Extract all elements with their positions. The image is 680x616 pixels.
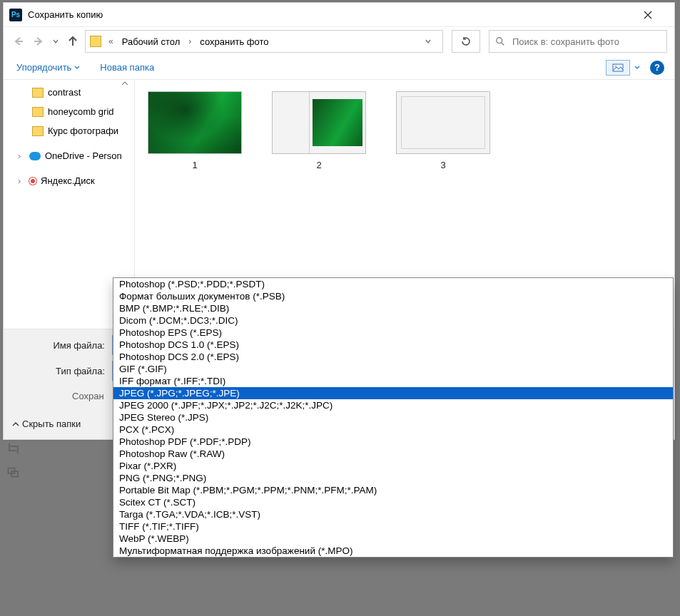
chevron-right-icon: « <box>106 36 116 46</box>
filetype-option[interactable]: JPEG Stereo (*.JPS) <box>113 411 673 423</box>
thumbnail-image <box>272 91 366 154</box>
underlying-toolbar <box>7 442 20 478</box>
filetype-option[interactable]: PCX (*.PCX) <box>113 423 673 436</box>
up-button[interactable] <box>65 34 81 49</box>
filetype-option[interactable]: Scitex CT (*.SCT) <box>113 496 673 508</box>
thumbnail-name: 3 <box>440 160 445 170</box>
address-bar[interactable]: « Рабочий стол › сохранить фото <box>85 30 443 53</box>
sidebar-item-label: contrast <box>48 87 81 98</box>
filetype-option[interactable]: Мультиформатная поддержка изображений (*… <box>113 545 673 557</box>
chevron-down-icon <box>53 38 59 44</box>
photo-icon <box>612 63 624 72</box>
filetype-option[interactable]: Photoshop PDF (*.PDF;*.PDP) <box>113 436 673 448</box>
sidebar-item-course[interactable]: Курс фотографи <box>4 121 134 140</box>
arrow-right-icon <box>33 36 44 47</box>
search-box[interactable] <box>489 30 667 53</box>
filetype-option[interactable]: Photoshop DCS 2.0 (*.EPS) <box>113 351 673 363</box>
breadcrumb-desktop[interactable]: Рабочий стол <box>121 35 182 48</box>
navigation-row: « Рабочий стол › сохранить фото <box>4 27 674 56</box>
chevron-up-icon <box>121 80 128 87</box>
filetype-option[interactable]: JPEG (*.JPG;*.JPEG;*.JPE) <box>113 387 673 399</box>
chevron-right-icon: › <box>186 36 194 46</box>
sidebar-item-onedrive[interactable]: › OneDrive - Person <box>4 146 134 165</box>
folder-icon <box>32 126 44 136</box>
layers-icon <box>7 465 20 478</box>
search-icon <box>495 36 505 46</box>
svg-point-0 <box>497 38 502 43</box>
filetype-option[interactable]: Portable Bit Map (*.PBM;*.PGM;*.PPM;*.PN… <box>113 484 673 496</box>
toolbar: Упорядочить Новая папка ? <box>4 56 674 80</box>
new-folder-label: Новая папка <box>100 62 154 73</box>
filetype-option[interactable]: BMP (*.BMP;*.RLE;*.DIB) <box>113 302 673 314</box>
sidebar-item-label: Яндекс.Диск <box>41 175 95 186</box>
thumbnail[interactable]: 2 <box>269 91 369 170</box>
organize-menu[interactable]: Упорядочить <box>14 61 83 74</box>
title-bar: Ps Сохранить копию <box>4 3 674 27</box>
sidebar-item-label: Курс фотографи <box>48 125 118 136</box>
filetype-option[interactable]: WebP (*.WEBP) <box>113 533 673 545</box>
help-button[interactable]: ? <box>650 61 664 75</box>
filetype-option[interactable]: Photoshop Raw (*.RAW) <box>113 448 673 460</box>
search-input[interactable] <box>511 36 661 48</box>
filetype-option[interactable]: Dicom (*.DCM;*.DC3;*.DIC) <box>113 314 673 327</box>
yandex-disk-icon <box>29 178 36 185</box>
close-button[interactable] <box>643 10 671 20</box>
hide-folders-label: Скрыть папки <box>22 419 81 429</box>
chevron-up-icon <box>12 421 19 428</box>
filetype-option[interactable]: Photoshop (*.PSD;*.PDD;*.PSDT) <box>113 278 673 290</box>
thumbnail[interactable]: 3 <box>393 91 493 170</box>
recent-menu[interactable] <box>51 34 61 49</box>
window-title: Сохранить копию <box>28 9 643 20</box>
crop-icon <box>7 442 20 455</box>
arrow-left-icon <box>13 36 24 47</box>
filetype-option[interactable]: Формат больших документов (*.PSB) <box>113 290 673 302</box>
new-folder-button[interactable]: Новая папка <box>97 61 157 74</box>
refresh-button[interactable] <box>452 30 480 53</box>
photoshop-icon: Ps <box>9 9 22 21</box>
arrow-up-icon <box>67 36 78 47</box>
filetype-option[interactable]: PNG (*.PNG;*.PNG) <box>113 472 673 484</box>
sidebar-item-yandex[interactable]: › Яндекс.Диск <box>4 171 134 190</box>
sidebar-item-contrast[interactable]: contrast <box>4 83 134 102</box>
folder-icon <box>32 88 44 98</box>
filetype-option[interactable]: JPEG 2000 (*.JPF;*.JPX;*.JP2;*.J2C;*.J2K… <box>113 399 673 411</box>
view-options[interactable] <box>606 60 630 76</box>
thumbnail[interactable]: 1 <box>145 91 245 170</box>
refresh-icon <box>460 36 472 47</box>
thumbnail-name: 2 <box>316 160 321 170</box>
forward-button[interactable] <box>31 34 46 49</box>
folder-icon <box>32 107 44 117</box>
filename-label: Имя файла: <box>11 340 112 351</box>
folder-icon <box>90 36 101 47</box>
sidebar-item-label: honeycomb grid <box>48 106 114 117</box>
address-dropdown[interactable] <box>425 38 438 44</box>
filetype-option[interactable]: Pixar (*.PXR) <box>113 460 673 472</box>
filetype-option[interactable]: Photoshop EPS (*.EPS) <box>113 327 673 339</box>
filetype-option[interactable]: Targa (*.TGA;*.VDA;*.ICB;*.VST) <box>113 508 673 520</box>
cloud-icon <box>29 152 41 160</box>
chevron-down-icon <box>425 38 431 44</box>
thumbnail-image <box>148 91 242 154</box>
thumbnail-image <box>396 91 490 154</box>
filetype-dropdown-list[interactable]: Photoshop (*.PSD;*.PDD;*.PSDT)Формат бол… <box>113 277 674 558</box>
filetype-option[interactable]: IFF формат (*.IFF;*.TDI) <box>113 375 673 387</box>
breadcrumb-folder[interactable]: сохранить фото <box>198 35 270 48</box>
filetype-option[interactable]: Photoshop DCS 1.0 (*.EPS) <box>113 339 673 351</box>
thumbnail-name: 1 <box>192 160 197 170</box>
scroll-up[interactable] <box>121 80 133 87</box>
sidebar-item-label: OneDrive - Person <box>45 150 122 161</box>
close-icon <box>643 10 653 20</box>
organize-label: Упорядочить <box>16 62 71 73</box>
expand-icon[interactable]: › <box>18 175 25 186</box>
chevron-down-icon <box>74 65 80 71</box>
back-button[interactable] <box>11 34 26 49</box>
filetype-label: Тип файла: <box>11 366 112 376</box>
chevron-down-icon[interactable] <box>634 65 640 71</box>
filetype-option[interactable]: GIF (*.GIF) <box>113 363 673 375</box>
sidebar-item-honeycomb[interactable]: honeycomb grid <box>4 102 134 121</box>
expand-icon[interactable]: › <box>18 150 25 161</box>
filetype-option[interactable]: TIFF (*.TIF;*.TIFF) <box>113 520 673 533</box>
